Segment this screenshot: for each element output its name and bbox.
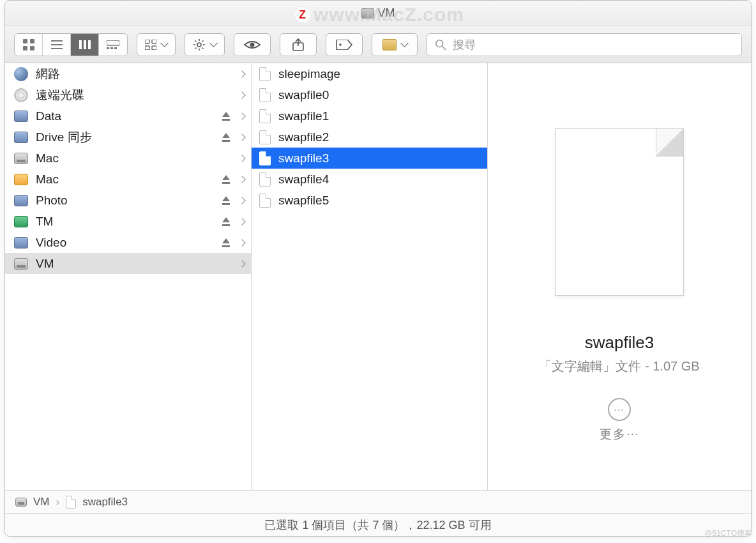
svg-rect-15 xyxy=(152,40,156,43)
document-icon xyxy=(259,172,271,187)
path-dropdown-button[interactable] xyxy=(372,33,418,56)
view-gallery-button[interactable] xyxy=(99,34,127,56)
finder-window: VM Z www.MacZ.com xyxy=(4,0,752,537)
file-row[interactable]: swapfile2 xyxy=(252,126,487,148)
tags-button[interactable] xyxy=(326,33,363,56)
document-icon xyxy=(259,151,271,165)
eject-icon[interactable] xyxy=(222,217,231,226)
volume-icon xyxy=(361,8,374,19)
status-bar: 已選取 1 個項目（共 7 個），22.12 GB 可用 xyxy=(5,513,751,536)
file-name: swapfile1 xyxy=(278,109,329,123)
path-file[interactable]: swapfile3 xyxy=(82,496,128,509)
path-separator: › xyxy=(56,496,60,509)
more-button[interactable]: ⋯ xyxy=(608,398,631,421)
sidebar-item[interactable]: Photo xyxy=(5,190,251,211)
sidebar-item[interactable]: VM xyxy=(5,253,251,274)
chevron-right-icon xyxy=(238,260,245,267)
file-column: sleepimageswapfile0swapfile1swapfile2swa… xyxy=(252,63,488,490)
document-icon xyxy=(259,67,271,81)
eject-icon[interactable] xyxy=(222,196,231,205)
svg-rect-13 xyxy=(114,47,117,49)
view-column-button[interactable] xyxy=(71,34,99,56)
svg-rect-9 xyxy=(88,40,91,49)
preview-pane: swapfile3 「文字編輯」文件 - 1.07 GB ⋯ 更多⋯ xyxy=(488,63,751,490)
sidebar-item-label: VM xyxy=(36,257,239,271)
net-icon xyxy=(14,132,28,143)
chevron-right-icon xyxy=(238,155,245,162)
file-row[interactable]: swapfile3 xyxy=(252,148,487,169)
sidebar-item[interactable]: TM xyxy=(5,211,251,232)
sidebar-item[interactable]: Data xyxy=(5,105,251,126)
file-name: sleepimage xyxy=(278,67,340,81)
path-folder[interactable]: VM xyxy=(33,496,50,509)
file-name: swapfile4 xyxy=(278,172,329,187)
disc-icon xyxy=(14,88,28,102)
sidebar-item-label: 網路 xyxy=(36,66,239,82)
volume-icon xyxy=(15,498,27,507)
action-button[interactable] xyxy=(185,33,225,56)
preview-filename: swapfile3 xyxy=(585,333,654,353)
chevron-right-icon xyxy=(238,91,245,98)
tag-icon xyxy=(336,40,352,50)
svg-rect-0 xyxy=(23,39,27,43)
file-row[interactable]: swapfile5 xyxy=(252,190,487,211)
chevron-right-icon xyxy=(238,112,245,119)
window-title: VM xyxy=(378,6,395,20)
svg-rect-16 xyxy=(145,46,149,50)
quicklook-button[interactable] xyxy=(234,33,271,56)
sidebar-item-label: Photo xyxy=(36,194,222,208)
sidebar-item[interactable]: Video xyxy=(5,232,251,253)
sidebar-item-label: Mac xyxy=(36,172,222,187)
svg-rect-6 xyxy=(51,48,63,49)
share-icon xyxy=(292,38,304,51)
toolbar: 搜尋 xyxy=(5,26,751,63)
svg-rect-17 xyxy=(152,46,156,50)
sidebar-item[interactable]: Mac xyxy=(5,169,251,190)
file-row[interactable]: swapfile4 xyxy=(252,169,487,190)
svg-line-23 xyxy=(442,46,446,49)
file-row[interactable]: swapfile0 xyxy=(252,84,487,105)
svg-point-18 xyxy=(197,43,201,47)
svg-rect-8 xyxy=(84,40,86,49)
orange-icon xyxy=(14,174,28,185)
credit: @51CTO博客 xyxy=(704,528,752,539)
svg-rect-12 xyxy=(110,47,113,49)
green-icon xyxy=(14,216,28,227)
sidebar-item-label: 遠端光碟 xyxy=(36,87,239,103)
svg-point-22 xyxy=(436,40,443,47)
file-row[interactable]: sleepimage xyxy=(252,63,487,84)
grid-icon xyxy=(145,40,156,50)
more-label: 更多⋯ xyxy=(600,426,640,443)
svg-rect-3 xyxy=(30,46,34,50)
sidebar-item[interactable]: Mac xyxy=(5,148,251,169)
sidebar-item-label: Data xyxy=(36,109,222,123)
sidebar-item[interactable]: 網路 xyxy=(5,63,251,84)
chevron-right-icon xyxy=(238,134,245,141)
chevron-right-icon xyxy=(238,218,245,225)
svg-point-19 xyxy=(250,42,255,47)
sidebar-item[interactable]: 遠端光碟 xyxy=(5,84,251,105)
view-icon-button[interactable] xyxy=(15,34,43,56)
titlebar: VM xyxy=(5,1,751,26)
net-icon xyxy=(14,237,28,249)
file-name: swapfile3 xyxy=(278,151,329,165)
search-placeholder: 搜尋 xyxy=(453,37,476,52)
file-name: swapfile5 xyxy=(278,194,329,208)
sidebar-item-label: Video xyxy=(36,236,222,250)
eject-icon[interactable] xyxy=(222,133,231,142)
document-icon xyxy=(66,496,76,509)
sidebar-item[interactable]: Drive 同步 xyxy=(5,126,251,148)
eject-icon[interactable] xyxy=(222,175,231,184)
eject-icon[interactable] xyxy=(222,238,231,247)
file-row[interactable]: swapfile1 xyxy=(252,105,487,126)
svg-rect-4 xyxy=(51,40,63,42)
svg-rect-2 xyxy=(23,46,27,50)
search-field[interactable]: 搜尋 xyxy=(427,33,742,56)
sidebar-item-label: TM xyxy=(36,215,222,229)
eject-icon[interactable] xyxy=(222,112,231,121)
net-icon xyxy=(14,111,28,122)
view-list-button[interactable] xyxy=(43,34,71,56)
svg-rect-14 xyxy=(145,40,149,43)
group-by-button[interactable] xyxy=(137,33,176,56)
share-button[interactable] xyxy=(280,33,317,56)
